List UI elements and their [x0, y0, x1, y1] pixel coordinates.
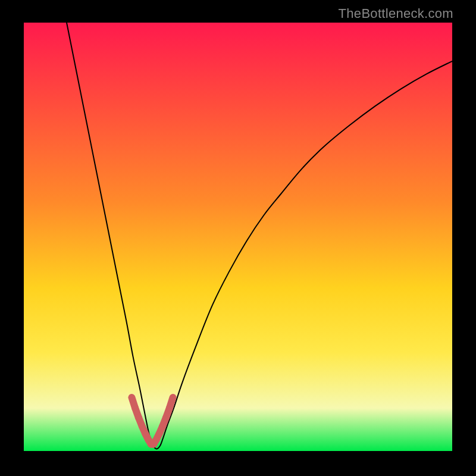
outer-frame: TheBottleneck.com: [0, 0, 476, 476]
attribution-text: TheBottleneck.com: [339, 6, 453, 21]
curve-layer: [24, 23, 452, 451]
main-curve-path: [67, 23, 452, 449]
highlight-segment: [170, 397, 173, 408]
highlight-group: [131, 397, 173, 444]
plot-area: [24, 23, 452, 451]
